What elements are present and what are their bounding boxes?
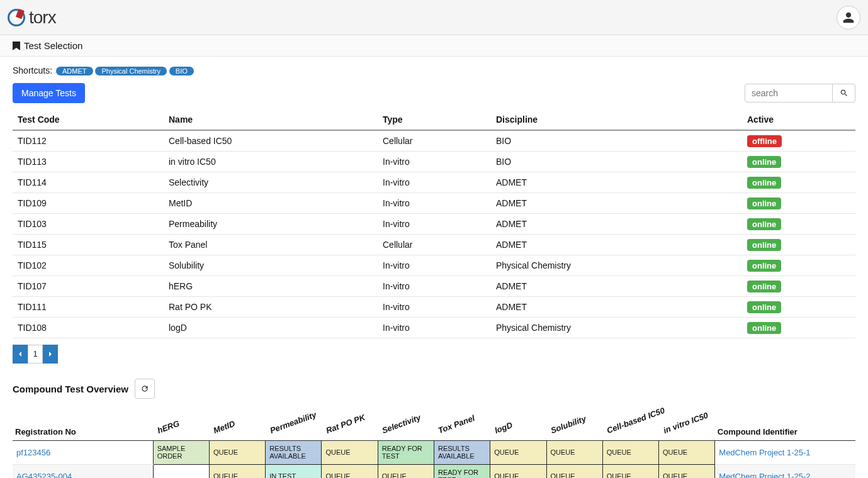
cell-compound-identifier: MedChem Project 1-25-2 — [715, 464, 855, 478]
table-row[interactable]: TID103PermeabilityIn-vitroADMETonline — [13, 214, 855, 235]
table-row[interactable]: TID107hERGIn-vitroADMETonline — [13, 276, 855, 297]
shortcut-pill[interactable]: Physical Chemistry — [95, 67, 167, 75]
table-row[interactable]: TID115Tox PanelCellularADMETonline — [13, 235, 855, 255]
status-cell[interactable]: QUEUE — [659, 440, 715, 464]
cell-name: Selectivity — [164, 172, 378, 193]
cell-code: TID109 — [13, 193, 164, 214]
status-cell[interactable] — [153, 464, 209, 478]
cell-discipline: ADMET — [491, 235, 742, 255]
registration-link[interactable]: pf123456 — [16, 448, 50, 457]
search-button[interactable] — [833, 84, 855, 103]
status-badge: online — [747, 281, 781, 292]
th-test[interactable]: MetID — [209, 405, 265, 440]
status-badge: online — [747, 239, 781, 251]
status-cell[interactable]: QUEUE — [546, 464, 602, 478]
cell-code: TID112 — [13, 130, 164, 152]
status-cell[interactable]: SAMPLE ORDER — [153, 440, 209, 464]
status-cell[interactable]: QUEUE — [602, 464, 658, 478]
cell-active: online — [742, 193, 855, 214]
th-compound-identifier[interactable]: Compound Identifier — [715, 405, 855, 440]
th-test[interactable]: Solubility — [546, 405, 602, 440]
page-number: 1 — [28, 345, 43, 364]
cell-active: offline — [742, 130, 855, 152]
manage-tests-button[interactable]: Manage Tests — [13, 83, 85, 103]
compound-link[interactable]: MedChem Project 1-25-1 — [719, 448, 810, 457]
th-test-code[interactable]: Test Code — [13, 109, 164, 130]
table-row[interactable]: TID113in vitro IC50In-vitroBIOonline — [13, 152, 855, 172]
status-cell[interactable]: READY FOR TEST — [378, 440, 434, 464]
logo[interactable]: torx — [8, 8, 56, 28]
th-active[interactable]: Active — [742, 109, 855, 130]
cell-code: TID107 — [13, 276, 164, 297]
page-prev-button[interactable] — [13, 345, 28, 364]
th-test[interactable]: Selectivity — [378, 405, 434, 440]
cell-discipline: ADMET — [491, 276, 742, 297]
overview-title: Compound Test Overview — [13, 384, 128, 394]
status-cell[interactable]: RESULTS AVAILABLE — [266, 440, 322, 464]
cell-code: TID102 — [13, 255, 164, 276]
overview-table: Registration NohERGMetIDPermeabilityRat … — [13, 405, 855, 478]
th-type[interactable]: Type — [378, 109, 491, 130]
status-cell[interactable]: QUEUE — [659, 464, 715, 478]
logo-icon — [8, 9, 25, 26]
shortcuts-row: Shortcuts: ADMET Physical Chemistry BIO — [13, 65, 855, 75]
compound-link[interactable]: MedChem Project 1-25-2 — [719, 472, 810, 479]
th-test[interactable]: Permeability — [266, 405, 322, 440]
th-test[interactable]: hERG — [153, 405, 209, 440]
overview-header: Compound Test Overview — [13, 379, 855, 399]
registration-link[interactable]: AG435235-004 — [16, 472, 72, 479]
cell-active: online — [742, 255, 855, 276]
status-cell[interactable]: QUEUE — [209, 464, 265, 478]
user-menu-button[interactable] — [837, 6, 860, 30]
shortcut-pill[interactable]: BIO — [169, 67, 194, 75]
cell-name: MetID — [164, 193, 378, 214]
table-row[interactable]: TID112Cell-based IC50CellularBIOoffline — [13, 130, 855, 152]
cell-type: Cellular — [378, 130, 491, 152]
status-cell[interactable]: QUEUE — [602, 440, 658, 464]
cell-name: logD — [164, 318, 378, 338]
cell-registration-no: AG435235-004 — [13, 464, 153, 478]
cell-type: In-vitro — [378, 318, 491, 338]
status-cell[interactable]: QUEUE — [322, 440, 378, 464]
cell-type: In-vitro — [378, 152, 491, 172]
status-cell[interactable]: QUEUE — [378, 464, 434, 478]
th-test[interactable]: Rat PO PK — [322, 405, 378, 440]
status-cell[interactable]: QUEUE — [490, 464, 546, 478]
table-row[interactable]: TID102SolubilityIn-vitroPhysical Chemist… — [13, 255, 855, 276]
cell-active: online — [742, 297, 855, 318]
status-cell[interactable]: QUEUE — [209, 440, 265, 464]
cell-discipline: BIO — [491, 152, 742, 172]
status-cell[interactable]: QUEUE — [546, 440, 602, 464]
status-cell[interactable]: QUEUE — [322, 464, 378, 478]
status-cell[interactable]: RESULTS AVAILABLE — [434, 440, 490, 464]
table-row[interactable]: TID111Rat PO PKIn-vitroADMETonline — [13, 297, 855, 318]
th-registration-no[interactable]: Registration No — [13, 405, 153, 440]
shortcut-pill[interactable]: ADMET — [56, 67, 93, 75]
cell-code: TID111 — [13, 297, 164, 318]
status-cell[interactable]: IN TEST — [266, 464, 322, 478]
th-test[interactable]: logD — [490, 405, 546, 440]
table-row[interactable]: TID109MetIDIn-vitroADMETonline — [13, 193, 855, 214]
cell-type: In-vitro — [378, 276, 491, 297]
th-discipline[interactable]: Discipline — [491, 109, 742, 130]
page-next-button[interactable] — [43, 345, 58, 364]
refresh-button[interactable] — [135, 379, 155, 399]
shortcuts-label: Shortcuts: — [13, 65, 52, 75]
th-test[interactable]: in vitro IC50 — [659, 405, 715, 440]
th-test[interactable]: Cell-based IC50 — [602, 405, 658, 440]
topbar: torx — [0, 0, 868, 35]
cell-type: In-vitro — [378, 172, 491, 193]
status-cell[interactable]: READY FOR TEST — [434, 464, 490, 478]
th-name[interactable]: Name — [164, 109, 378, 130]
table-row[interactable]: TID108logDIn-vitroPhysical Chemistryonli… — [13, 318, 855, 338]
th-test[interactable]: Tox Panel — [434, 405, 490, 440]
cell-name: in vitro IC50 — [164, 152, 378, 172]
status-cell[interactable]: QUEUE — [490, 440, 546, 464]
cell-discipline: ADMET — [491, 172, 742, 193]
cell-active: online — [742, 276, 855, 297]
cell-active: online — [742, 172, 855, 193]
table-row[interactable]: TID114SelectivityIn-vitroADMETonline — [13, 172, 855, 193]
search-input[interactable] — [745, 84, 833, 103]
cell-code: TID108 — [13, 318, 164, 338]
cell-code: TID114 — [13, 172, 164, 193]
